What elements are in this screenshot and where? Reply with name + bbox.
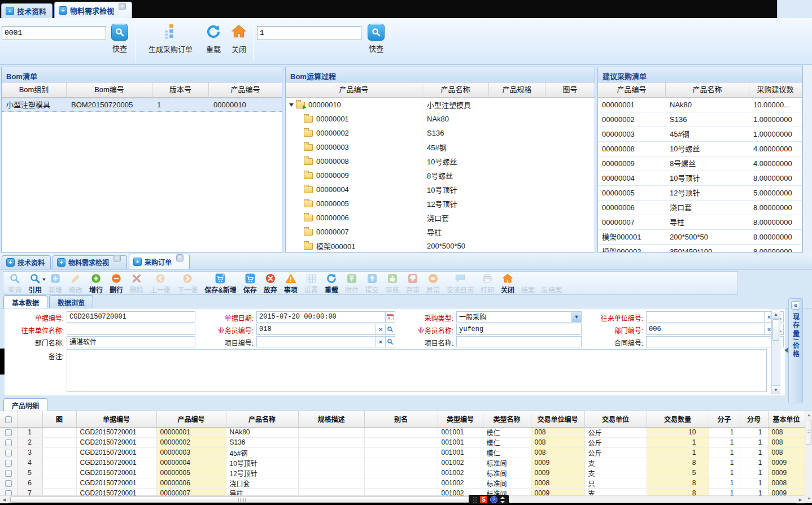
tree-node[interactable]: 00000005 — [286, 197, 422, 211]
grid-column-header[interactable]: 产品编号 — [156, 411, 226, 427]
suggest-row[interactable]: 0000000345#钢1.00000000 — [598, 127, 802, 142]
grid-column-header[interactable]: 分子 — [709, 411, 740, 427]
field-input[interactable] — [456, 324, 582, 335]
field-input[interactable] — [67, 336, 195, 347]
top-tab-1[interactable]: +物料需求检视✕ — [54, 2, 132, 18]
chevron-down-icon[interactable]: ▼ — [571, 311, 582, 323]
tree-node[interactable]: 00000006 — [286, 211, 422, 225]
table-row[interactable]: 5CGD201507200010000000512号顶针001002标准间000… — [0, 468, 805, 478]
row-checkbox[interactable] — [5, 429, 12, 436]
suggest-row[interactable]: 00000002S1361.00000000 — [598, 112, 802, 127]
scroll-down-icon[interactable]: ▼ — [805, 495, 812, 503]
field-input[interactable] — [456, 311, 572, 323]
grid-column-header[interactable]: 规格描述 — [298, 411, 364, 427]
row-checkbox-cell[interactable] — [0, 447, 17, 458]
column-header[interactable]: 版本号 — [152, 82, 209, 97]
field-input[interactable] — [67, 324, 195, 335]
column-header[interactable]: 产品名称 — [666, 82, 749, 97]
tree-node[interactable]: 00000009 — [286, 168, 422, 182]
tree-expand-icon[interactable] — [289, 103, 294, 107]
toolbar-button-删行[interactable]: 删行 — [106, 272, 126, 294]
tree-node[interactable]: 00000007 — [286, 225, 422, 239]
clear-icon[interactable]: × — [376, 336, 386, 347]
tree-row[interactable]: 0000000345#钢 — [286, 140, 595, 154]
tree-row[interactable]: 00000002S136 — [286, 126, 595, 140]
row-checkbox-cell[interactable] — [0, 437, 17, 447]
scroll-up-icon[interactable]: ▲ — [805, 411, 812, 419]
column-header[interactable]: Bom编号 — [67, 82, 152, 97]
sogou-logo-icon[interactable]: S — [480, 496, 487, 503]
top-tab-0[interactable]: +技术资料 — [1, 3, 53, 18]
tab-close-icon[interactable]: ✕ — [176, 254, 184, 262]
row-checkbox[interactable] — [5, 439, 12, 446]
tree-row[interactable]: 00000001NAk80 — [286, 112, 595, 126]
bottom-tab-0[interactable]: +技术资料 — [2, 255, 51, 269]
tree-row[interactable]: 00000010小型注塑模具 — [286, 98, 595, 112]
grid-column-header[interactable]: 基本单位 — [768, 411, 805, 427]
tree-node[interactable]: 00000008 — [286, 154, 422, 168]
suggest-row[interactable]: 0000000810号螺丝4.00000000 — [598, 142, 802, 156]
toolbar-button-保存[interactable]: 保存 — [240, 272, 260, 294]
column-header[interactable]: 产品编号 — [598, 82, 666, 97]
bottom-tab-1[interactable]: +物料需求检视✕ — [53, 255, 127, 269]
quick-search-button-left[interactable]: 快查 — [108, 24, 132, 54]
vertical-scrollbar[interactable]: ▲ ▼ — [805, 411, 812, 503]
quick-search-input-left[interactable] — [2, 26, 106, 40]
grid-column-header[interactable]: 类型编号 — [438, 411, 483, 427]
grid-column-header[interactable]: 单据编号 — [76, 411, 156, 427]
row-checkbox[interactable] — [5, 450, 12, 456]
column-header[interactable]: Bom组别 — [2, 82, 67, 97]
field-input[interactable] — [646, 336, 784, 347]
row-checkbox-cell[interactable] — [0, 427, 17, 437]
grid-column-header[interactable]: 图 — [42, 411, 76, 427]
drag-handle-icon[interactable] — [473, 497, 477, 503]
bom-list-row[interactable]: 小型注塑模具BOM20150720005100000010 — [2, 98, 282, 112]
grid-column-header[interactable]: 交易数量 — [647, 411, 709, 427]
reload-button-top[interactable]: 重载 — [201, 24, 226, 54]
column-header[interactable]: 图号 — [545, 82, 595, 97]
grid-column-header[interactable]: 交易单位 — [584, 411, 647, 427]
column-header[interactable]: 产品名称 — [422, 82, 489, 97]
suggest-row[interactable]: 0000000410号顶针8.00000000 — [598, 171, 802, 186]
toolbar-button-重载[interactable]: 重载 — [321, 272, 342, 294]
tree-node[interactable]: 00000004 — [286, 182, 422, 197]
expand-panel-icon[interactable]: « — [791, 301, 800, 310]
row-checkbox-cell[interactable] — [0, 458, 17, 468]
suggest-row[interactable]: 00000001NAk8010.00000... — [598, 98, 802, 112]
toolbar-button-引用[interactable]: 引用 — [25, 272, 45, 294]
input-method-bar[interactable]: S ? — [469, 495, 509, 504]
quick-search-button-right[interactable]: 快查 — [364, 24, 388, 54]
toolbar-button-保存新增[interactable]: 保存&新增 — [201, 272, 240, 294]
tab-product-detail[interactable]: 产品明细 — [3, 398, 47, 411]
table-row[interactable]: 2CGD2015072000100000002S136001001模仁008公斤… — [0, 437, 805, 447]
row-checkbox[interactable] — [5, 490, 12, 495]
calendar-icon[interactable] — [385, 311, 395, 323]
select-all-header[interactable] — [0, 411, 17, 427]
tree-row[interactable]: 0000000810号螺丝 — [286, 154, 595, 168]
scroll-down-icon[interactable]: ▼ — [772, 385, 780, 394]
scrollbar-thumb[interactable] — [10, 497, 474, 503]
tree-node[interactable]: 00000010 — [286, 98, 422, 112]
grid-column-header[interactable]: 分母 — [740, 411, 768, 427]
toolbar-button-放弃[interactable]: 放弃 — [260, 272, 281, 294]
lookup-search-icon[interactable] — [385, 324, 395, 335]
suggest-row[interactable]: 00000006浇口套8.00000000 — [598, 201, 802, 215]
column-header[interactable]: 产品编号 — [286, 82, 422, 97]
row-checkbox-cell[interactable] — [0, 478, 17, 488]
suggest-row[interactable]: 模架000002350*450*1008.00000000 — [598, 245, 802, 252]
help-icon[interactable]: ? — [490, 496, 497, 503]
generate-po-button[interactable]: 生成采购订单 — [140, 24, 201, 54]
row-checkbox[interactable] — [5, 470, 12, 477]
grid-column-header[interactable]: 类型名称 — [483, 411, 531, 427]
field-input[interactable] — [256, 311, 386, 323]
tab-data-browse[interactable]: 数据浏览 — [49, 295, 93, 308]
scrollbar-thumb[interactable] — [772, 319, 779, 341]
field-input[interactable] — [646, 311, 765, 323]
scroll-left-icon[interactable]: ◀ — [0, 496, 8, 503]
tree-row[interactable]: 000000098号螺丝 — [286, 168, 595, 182]
remark-textarea[interactable] — [67, 349, 767, 392]
tree-node[interactable]: 00000001 — [286, 112, 422, 126]
table-row[interactable]: 4CGD201507200010000000410号顶针001002标准间000… — [0, 458, 805, 468]
suggest-row[interactable]: 000000098号螺丝4.00000000 — [598, 156, 802, 171]
tab-close-icon[interactable]: ✕ — [113, 255, 121, 262]
